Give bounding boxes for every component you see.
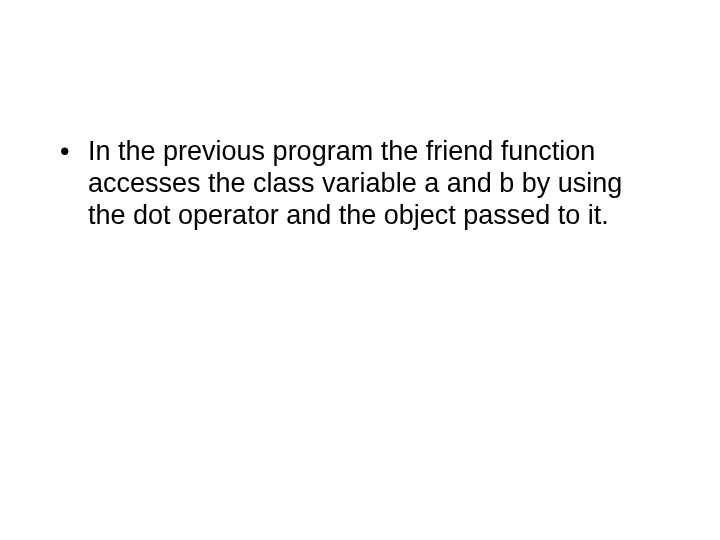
slide: In the previous program the friend funct… <box>0 0 720 540</box>
bullet-text: In the previous program the friend funct… <box>88 136 622 230</box>
bullet-item: In the previous program the friend funct… <box>54 136 666 232</box>
bullet-list: In the previous program the friend funct… <box>54 136 666 232</box>
body-text-area: In the previous program the friend funct… <box>54 136 666 232</box>
